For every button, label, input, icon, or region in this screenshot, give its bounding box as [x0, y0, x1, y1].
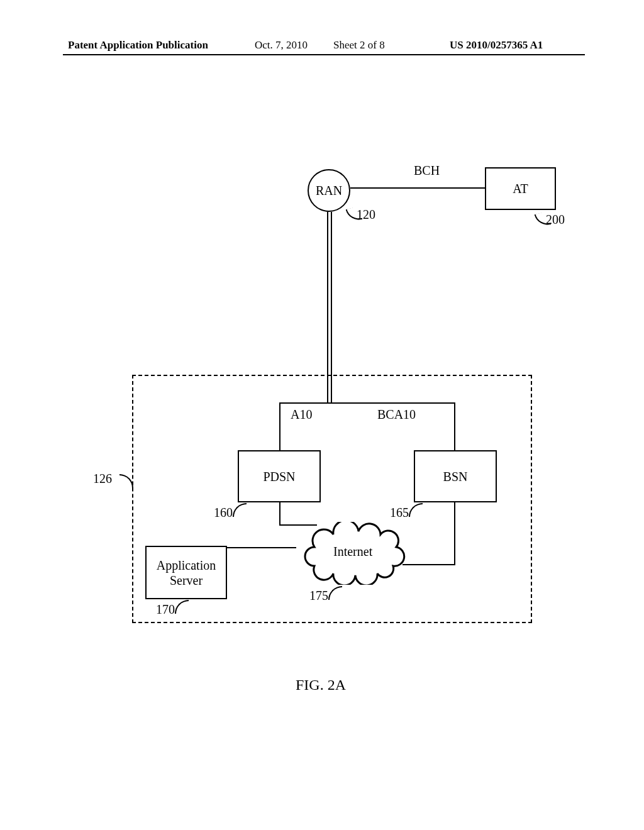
- ref-pdsn: 160: [214, 506, 233, 520]
- node-appserver: Application Server: [145, 546, 227, 599]
- ref-hook-carrier-box: [119, 474, 133, 488]
- link-ran-down-b: [331, 212, 332, 402]
- node-ran: RAN: [308, 169, 350, 212]
- link-to-pdsn: [279, 402, 280, 450]
- link-ran-down: [327, 212, 328, 402]
- link-split-top: [279, 402, 455, 404]
- link-appserver-internet: [227, 547, 296, 548]
- node-appserver-label: Application Server: [157, 558, 216, 588]
- figure-caption: FIG. 2A: [296, 677, 346, 694]
- node-internet-label: Internet: [333, 545, 372, 559]
- header-pubno: US 2010/0257365 A1: [450, 39, 543, 52]
- link-bsn-internet-v: [454, 502, 455, 565]
- ref-carrier-box: 126: [93, 472, 112, 486]
- node-pdsn-label: PDSN: [263, 469, 295, 484]
- node-bsn: BSN: [414, 450, 497, 502]
- link-to-bsn: [454, 402, 455, 450]
- ref-bsn: 165: [390, 506, 409, 520]
- link-pdsn-internet-v: [279, 502, 280, 524]
- header-date: Oct. 7, 2010: [255, 39, 308, 52]
- ref-internet: 175: [309, 589, 328, 603]
- header-publication: Patent Application Publication: [68, 39, 208, 52]
- header-sheet: Sheet 2 of 8: [333, 39, 385, 52]
- ref-appserver: 170: [156, 602, 175, 617]
- node-bsn-label: BSN: [443, 469, 468, 484]
- link-label-bca10: BCA10: [377, 407, 416, 422]
- node-pdsn: PDSN: [238, 450, 321, 502]
- link-label-a10: A10: [291, 407, 312, 422]
- node-at: AT: [485, 167, 556, 210]
- node-at-label: AT: [513, 181, 528, 196]
- link-ran-at: [350, 187, 485, 189]
- header-rule: [63, 54, 585, 55]
- link-bsn-internet-h: [402, 564, 455, 565]
- link-label-bch: BCH: [414, 163, 440, 178]
- node-ran-label: RAN: [316, 184, 342, 198]
